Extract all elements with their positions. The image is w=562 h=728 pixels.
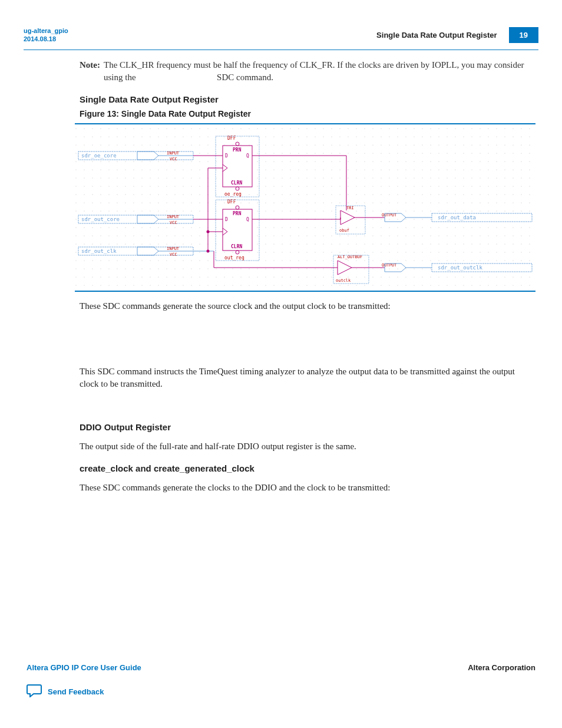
svg-text:D: D xyxy=(225,217,228,222)
section-heading-sdr: Single Data Rate Output Register xyxy=(80,94,535,104)
svg-text:CLRN: CLRN xyxy=(231,244,242,249)
note-label: Note: xyxy=(80,59,100,84)
svg-point-33 xyxy=(236,206,239,209)
section-heading-create-clock: create_clock and create_generated_clock xyxy=(80,463,535,473)
svg-text:VCC: VCC xyxy=(170,157,177,162)
page-header: ug-altera_gpio 2014.08.18 Single Data Ra… xyxy=(0,0,562,50)
svg-text:PRN: PRN xyxy=(233,147,242,153)
svg-text:INPUT: INPUT xyxy=(167,215,180,219)
svg-text:CLRN: CLRN xyxy=(231,180,242,186)
header-section-title: Single Data Rate Output Register xyxy=(376,31,497,39)
figure-rule-top xyxy=(75,123,535,124)
note-block: Note: The CLK_HR frequency must be half … xyxy=(80,59,535,84)
svg-text:oe_reg: oe_reg xyxy=(224,192,242,197)
svg-point-24 xyxy=(236,187,239,190)
paragraph-ddio-sdc: These SDC commands generate the clocks t… xyxy=(80,482,535,494)
svg-point-43 xyxy=(207,230,210,233)
paragraph-sdc-generate: These SDC commands generate the source c… xyxy=(80,300,535,312)
svg-text:VCC: VCC xyxy=(170,220,177,225)
svg-text:Q: Q xyxy=(246,217,249,222)
svg-text:INPUT: INPUT xyxy=(167,151,180,156)
doc-id-line1: ug-altera_gpio xyxy=(24,27,68,34)
page-content: Note: The CLK_HR frequency must be half … xyxy=(0,59,562,494)
svg-text:sdr_out_clk: sdr_out_clk xyxy=(81,248,117,254)
svg-text:D: D xyxy=(225,153,228,159)
svg-text:VCC: VCC xyxy=(170,252,177,257)
feedback-label: Send Feedback xyxy=(48,687,104,696)
page-number: 19 xyxy=(509,27,538,43)
send-feedback-link[interactable]: Send Feedback xyxy=(27,683,104,700)
svg-point-30 xyxy=(207,249,210,252)
figure-rule-bottom xyxy=(75,291,535,292)
svg-text:TRI: TRI xyxy=(346,206,354,210)
feedback-icon xyxy=(27,683,42,700)
section-heading-ddio: DDIO Output Register xyxy=(80,422,535,432)
figure-title: Figure 13: Single Data Rate Output Regis… xyxy=(80,109,535,118)
paragraph-sdc-instruct: This SDC command instructs the TimeQuest… xyxy=(80,365,535,390)
svg-text:outclk: outclk xyxy=(336,278,351,283)
svg-text:INPUT: INPUT xyxy=(167,246,180,251)
doc-id: ug-altera_gpio 2014.08.18 xyxy=(24,27,68,44)
svg-text:sdr_out_data: sdr_out_data xyxy=(438,215,476,220)
footer-guide-title[interactable]: Altera GPIO IP Core User Guide xyxy=(27,663,141,672)
svg-point-38 xyxy=(236,251,239,254)
svg-text:Q: Q xyxy=(246,153,249,159)
svg-text:sdr_out_core: sdr_out_core xyxy=(81,216,120,222)
footer-company: Altera Corporation xyxy=(468,663,535,672)
paragraph-ddio-same: The output side of the full-rate and hal… xyxy=(80,440,535,453)
svg-text:out_reg: out_reg xyxy=(224,255,244,261)
header-divider xyxy=(24,50,538,50)
doc-id-line2: 2014.08.18 xyxy=(24,35,56,42)
page-footer: Altera GPIO IP Core User Guide Altera Co… xyxy=(0,663,562,672)
svg-text:sdr_out_outclk: sdr_out_outclk xyxy=(438,265,482,271)
svg-text:PRN: PRN xyxy=(233,211,242,216)
circuit-diagram: sdr_oe_core INPUT VCC sdr_out_core INPUT… xyxy=(75,128,535,287)
note-text: The CLK_HR frequency must be half the fr… xyxy=(104,59,535,84)
svg-text:sdr_oe_core: sdr_oe_core xyxy=(81,153,117,159)
header-right: Single Data Rate Output Register 19 xyxy=(376,27,538,43)
svg-point-19 xyxy=(236,142,239,146)
svg-text:obuf: obuf xyxy=(339,228,349,233)
